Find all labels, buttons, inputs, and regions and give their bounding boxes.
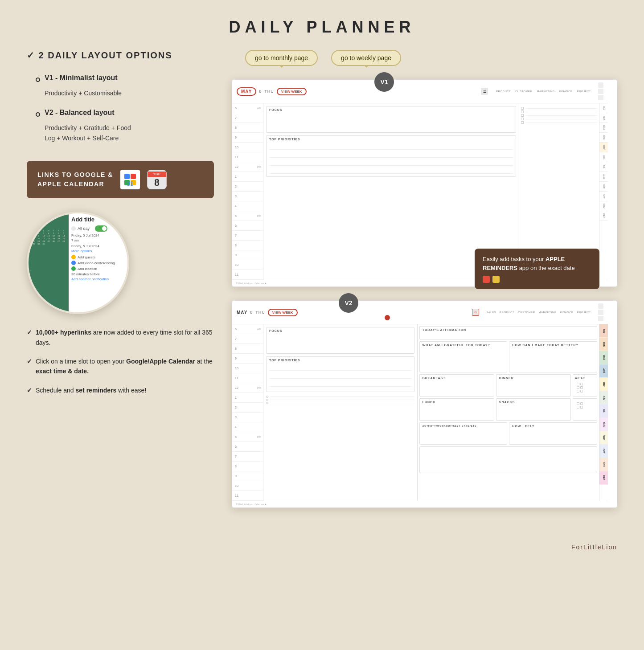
v2-snacks-label: SNACKS <box>499 401 568 404</box>
v2-time-5pm[interactable]: 5 PM <box>232 432 263 442</box>
sidebar-month-sep[interactable]: SEP <box>599 182 608 192</box>
v2-time-11pm[interactable]: 11 <box>232 491 263 501</box>
sidebar-month-mar[interactable]: MAR <box>599 123 608 133</box>
v1-sidebar-months: JAN FEB MAR APR MAY JUN JUL AUG SEP OCT … <box>599 103 608 280</box>
v2-tab-project[interactable]: PROJECT <box>576 310 592 315</box>
v2-activity-section: ACTIVITY/WORKOUT/SELF-CARE/ETC. <box>419 422 508 445</box>
v1-tab-finance[interactable]: FINANCE <box>558 89 574 94</box>
time-slot-7am[interactable]: 7 <box>232 113 263 123</box>
v2-time-column: 6 AM 7 8 9 10 11 12 PM 1 2 <box>232 324 263 501</box>
v2-sidebar-nov[interactable]: NOV <box>599 458 608 471</box>
time-slot-8am[interactable]: 8 <box>232 123 263 133</box>
calendar-popup-area: S M T W T F S 1 2 3 <box>27 212 214 314</box>
sidebar-month-jan[interactable]: JAN <box>599 103 608 113</box>
calendar-links-text: LINKS TO GOOGLE &APPLE CALENDAR <box>37 170 113 189</box>
left-panel: ✓ 2 DAILY LAYOUT OPTIONS V1 - Minimalist… <box>27 50 214 521</box>
v1-tab-product[interactable]: PRODUCT <box>495 89 512 94</box>
v2-sidebar-aug[interactable]: AUG <box>599 418 608 431</box>
v2-sidebar-oct[interactable]: OCT <box>599 445 608 458</box>
v2-how-felt-section: HOW I FELT <box>509 422 597 445</box>
sidebar-month-apr[interactable]: APR <box>599 133 608 143</box>
v2-time-10am[interactable]: 10 <box>232 364 263 373</box>
popup-time1: 7 am <box>71 238 79 242</box>
time-slot-6pm[interactable]: 6 <box>232 221 263 231</box>
v2-time-7pm[interactable]: 7 <box>232 452 263 462</box>
v2-affirmation-section: TODAY'S AFFIRMATION <box>419 326 597 339</box>
time-slot-2pm[interactable]: 2 <box>232 182 263 192</box>
popup-add-notification[interactable]: Add another notification <box>71 277 125 281</box>
sidebar-month-aug[interactable]: AUG <box>599 172 608 182</box>
sidebar-month-may[interactable]: MAY <box>599 143 608 152</box>
time-slot-11am[interactable]: 11 <box>232 152 263 162</box>
all-day-toggle[interactable] <box>95 225 107 232</box>
sidebar-month-dec[interactable]: DEC <box>599 211 608 221</box>
v2-time-6pm[interactable]: 6 <box>232 442 263 452</box>
time-slot-4pm[interactable]: 4 <box>232 201 263 211</box>
v2-time-7am[interactable]: 7 <box>232 334 263 344</box>
v1-focus-label: FOCUS <box>269 108 513 111</box>
time-slot-9am[interactable]: 9 <box>232 133 263 143</box>
v1-tab-project[interactable]: PROJECT <box>576 89 592 94</box>
v1-tab-customer[interactable]: CUSTOMER <box>514 89 533 94</box>
v2-sidebar-jun[interactable]: JUN <box>599 391 608 405</box>
v1-tab-marketing[interactable]: MARKETING <box>536 89 555 94</box>
sidebar-month-jun[interactable]: JUN <box>599 152 608 162</box>
popup-all-day: All day <box>78 226 90 231</box>
v2-time-12pm[interactable]: 12 PM <box>232 383 263 393</box>
sidebar-month-oct[interactable]: OCT <box>599 192 608 201</box>
time-slot-7pm[interactable]: 7 <box>232 231 263 241</box>
v2-time-8pm[interactable]: 8 <box>232 462 263 471</box>
v2-tab-customer[interactable]: CUSTOMER <box>517 310 536 315</box>
v2-sidebar-apr[interactable]: APR <box>599 364 608 378</box>
v2-tab-finance[interactable]: FINANCE <box>559 310 574 315</box>
v2-sidebar-dec[interactable]: DEC <box>599 471 608 485</box>
v2-task-row-3 <box>266 402 414 404</box>
sidebar-month-nov[interactable]: NOV <box>599 201 608 211</box>
v2-tab-sales[interactable]: SALES <box>485 310 497 315</box>
v1-description: Productivity + Customisable <box>36 88 214 98</box>
task-dot <box>521 114 524 117</box>
water-dot-5 <box>577 390 579 392</box>
sidebar-month-feb[interactable]: FEB <box>599 113 608 123</box>
v2-sidebar-sep[interactable]: SEP <box>599 431 608 445</box>
feature-bullet-2: ✓ Click on a time slot to open your Goog… <box>27 356 214 376</box>
water-dot-10 <box>580 406 583 409</box>
time-slot-6am[interactable]: 6 AM <box>232 103 263 113</box>
v2-sidebar-mar[interactable]: MAR <box>599 351 608 364</box>
v2-sidebar-may[interactable]: MAY <box>599 378 608 391</box>
v1-view-week[interactable]: VIEW WEEK <box>277 88 307 95</box>
v2-time-11am[interactable]: 11 <box>232 373 263 383</box>
v2-time-2pm[interactable]: 2 <box>232 403 263 413</box>
v2-time-4pm[interactable]: 4 <box>232 422 263 432</box>
time-slot-10pm[interactable]: 10 <box>232 260 263 270</box>
v2-sidebar-jul[interactable]: JUL <box>599 405 608 418</box>
v2-tab-marketing[interactable]: MARKETING <box>537 310 557 315</box>
time-slot-10am[interactable]: 10 <box>232 143 263 152</box>
v1-month-badge: MAY <box>237 87 256 96</box>
v2-view-week[interactable]: VIEW WEEK <box>268 309 298 316</box>
time-slot-8pm[interactable]: 8 <box>232 241 263 250</box>
v2-water-dots <box>575 381 595 394</box>
v2-time-8am[interactable]: 8 <box>232 344 263 354</box>
sidebar-month-jul[interactable]: JUL <box>599 162 608 172</box>
v1-priorities-area: TOP PRIORITIES <box>266 135 516 177</box>
v2-time-9am[interactable]: 9 <box>232 354 263 364</box>
v2-time-6am[interactable]: 6 AM <box>232 324 263 334</box>
v2-sidebar-feb[interactable]: FEB <box>599 338 608 351</box>
v2-how-felt-label: HOW I FELT <box>512 425 594 428</box>
v2-time-3pm[interactable]: 3 <box>232 413 263 422</box>
v2-time-1pm[interactable]: 1 <box>232 393 263 403</box>
popup-date1: Friday, 5 Jul 2024 <box>71 233 125 237</box>
v2-tab-product[interactable]: PRODUCT <box>499 310 515 315</box>
time-slot-12pm[interactable]: 12 PM <box>232 162 263 172</box>
time-slot-9pm[interactable]: 9 <box>232 250 263 260</box>
v1-side-icons <box>598 82 603 100</box>
time-slot-11pm[interactable]: 11 <box>232 270 263 280</box>
time-slot-1pm[interactable]: 1 <box>232 172 263 182</box>
v2-sidebar-jan[interactable]: JAN <box>599 324 608 338</box>
v2-time-9pm[interactable]: 9 <box>232 471 263 481</box>
popup-more-options[interactable]: More options <box>71 249 125 253</box>
time-slot-3pm[interactable]: 3 <box>232 192 263 201</box>
v2-time-10pm[interactable]: 10 <box>232 481 263 491</box>
time-slot-5pm[interactable]: 5 PM <box>232 211 263 221</box>
